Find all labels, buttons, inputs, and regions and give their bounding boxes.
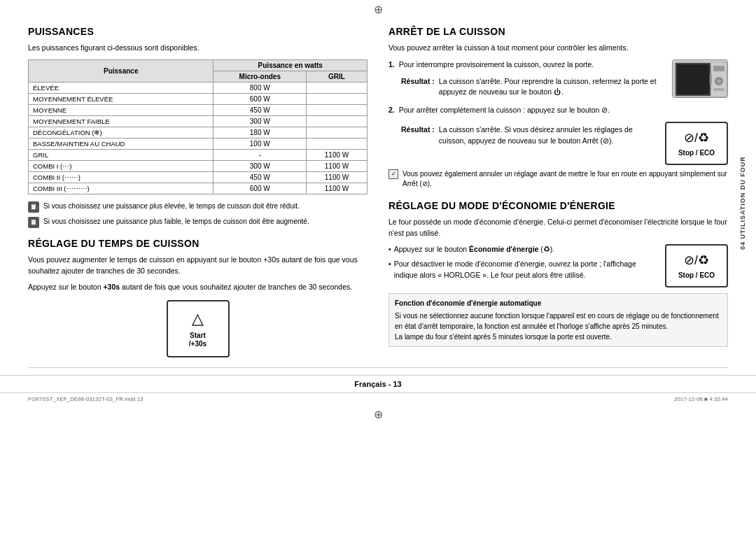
bullet-dot-1: • [388,244,391,255]
also-note: ✓ Vous pouvez également annuler un régla… [388,169,728,189]
power-table: Puissance Puissance en watts Micro-ondes… [28,59,368,194]
table-cell-micro: 300 W [214,115,307,127]
table-cell-gril: 1100 W [307,149,368,160]
left-column: PUISSANCES Les puissances figurant ci-de… [28,26,368,357]
reglage-temps-body: Vous pouvez augmenter le temps de cuisso… [28,255,368,277]
bullet-dot-2: • [388,259,391,281]
table-cell-micro: 600 W [214,93,307,104]
table-row: MOYENNEMENT ÉLEVÉE600 W [29,93,368,104]
table-cell-name: COMBI I (⋯) [29,160,214,171]
also-note-text: Vous pouvez également annuler un réglage… [402,169,728,189]
puissances-title: PUISSANCES [28,26,368,37]
note-item-2: 📋 Si vous choisissez une puissance plus … [28,217,368,228]
table-cell-name: DÉCONGÉLATION (❄) [29,127,214,138]
stop-eco-inner-1: ⊘/♻ Stop / ECO [665,122,728,165]
table-cell-micro: 100 W [214,138,307,149]
step1-result-label: Résultat : [401,76,435,99]
note-icon-1: 📋 [28,201,39,213]
arret-cuisson-title: ARRÊT DE LA CUISSON [388,26,728,37]
table-row: GRIL-1100 W [29,149,368,160]
step2-result-label: Résultat : [401,125,435,147]
puissances-section: PUISSANCES Les puissances figurant ci-de… [28,26,368,228]
note-text-1: Si vous choisissez une puissance plus él… [43,201,300,211]
stop-eco-icon-2: ⊘/♻ [678,253,715,268]
step2-result-area: Résultat : La cuisson s'arrête. Si vous … [388,122,728,165]
stop-eco-box-1: ⊘/♻ Stop / ECO [665,122,728,165]
table-cell-gril: 1100 W [307,183,368,194]
eco-note-body: Si vous ne sélectionnez aucune fonction … [395,311,722,342]
table-cell-gril: 1100 W [307,160,368,171]
eco-bullets-area: • Appuyez sur le bouton Économie d'énerg… [388,244,728,287]
eco-intro: Le four possède un mode d'économie d'éne… [388,217,728,239]
table-cell-name: BASSE/MAINTIEN AU CHAUD [29,138,214,149]
note-icon-2: 📋 [28,217,39,228]
step1-result-line: Résultat : La cuisson s'arrête. Pour rep… [401,76,666,99]
step1-item: 1. Pour interrompre provisoirement la cu… [388,59,666,71]
reglage-temps-section: RÉGLAGE DU TEMPS DE CUISSON Vous pouvez … [28,238,368,357]
page-container: ⊕ PUISSANCES Les puissances figurant ci-… [0,0,756,554]
table-cell-name: MOYENNEMENT FAIBLE [29,115,214,127]
table-cell-gril [307,93,368,104]
also-note-icon: ✓ [388,169,398,179]
svg-rect-3 [677,64,709,94]
eco-bullets-text: • Appuyez sur le bouton Économie d'énerg… [388,244,659,284]
step2-result-text: La cuisson s'arrête. Si vous désirez ann… [439,125,659,147]
content-area: PUISSANCES Les puissances figurant ci-de… [0,19,756,364]
svg-rect-8 [713,88,724,91]
reglage-temps-title: RÉGLAGE DU TEMPS DE CUISSON [28,238,368,249]
table-cell-micro: 180 W [214,127,307,138]
page-bottom: FG87SST_XEF_DE68-03132T-03_FR.indd 13 20… [0,392,756,405]
table-header-micro: Micro-ondes [214,71,307,82]
table-row: BASSE/MAINTIEN AU CHAUD100 W [29,138,368,149]
step2-result-text-area: Résultat : La cuisson s'arrête. Si vous … [388,122,659,150]
table-cell-micro: 300 W [214,160,307,171]
svg-rect-5 [713,66,724,71]
table-cell-name: ÉLEVÉE [29,82,214,93]
start-button-box: △ Start /+30s [167,300,230,357]
table-row: COMBI III (⋯⋯⋯)600 W1100 W [29,183,368,194]
table-cell-gril [307,115,368,127]
table-cell-name: MOYENNE [29,104,214,115]
table-row: MOYENNE450 W [29,104,368,115]
start-button-area: △ Start /+30s [28,300,368,357]
table-row: DÉCONGÉLATION (❄)180 W [29,127,368,138]
eco-bullet-1-text: Appuyez sur le bouton Économie d'énergie… [394,244,555,255]
table-cell-micro: 450 W [214,171,307,183]
footer: Français - 13 [0,375,756,388]
footer-page-label: Français - 13 [354,380,401,388]
arret-cuisson-intro: Vous pouvez arrêter la cuisson à tout mo… [388,43,728,54]
eco-note-box: Fonction d'économie d'énergie automatiqu… [388,293,728,347]
step1-text: Pour interrompre provisoirement la cuiss… [399,59,594,71]
eco-title: RÉGLAGE DU MODE D'ÉCONOMIE D'ÉNERGIE [388,200,728,211]
step1-num: 1. [388,59,395,71]
stop-eco-icon-1: ⊘/♻ [678,130,715,145]
microwave-image [672,59,728,99]
table-cell-name: COMBI III (⋯⋯⋯) [29,183,214,194]
step2-item: 2. Pour arrêter complètement la cuisson … [388,105,728,116]
reglage-temps-body2: Appuyez sur le bouton +30s autant de foi… [28,282,368,293]
step1-result-text: La cuisson s'arrête. Pour reprendre la c… [439,76,666,99]
table-cell-gril: 1100 W [307,171,368,183]
eco-section: RÉGLAGE DU MODE D'ÉCONOMIE D'ÉNERGIE Le … [388,200,728,348]
table-row: ÉLEVÉE800 W [29,82,368,93]
bold-30s: +30s [103,283,120,291]
eco-bullet-2-text: Pour désactiver le mode d'économie d'éne… [394,259,659,281]
side-label: 04 UTILISATION DU FOUR [736,91,756,315]
footer-right: 2017-12-06 ■ 4:32:44 [674,396,728,402]
table-cell-gril [307,138,368,149]
step2-num: 2. [388,105,395,116]
divider [28,367,728,368]
stop-eco-label-2: Stop / ECO [678,271,715,279]
right-column: ARRÊT DE LA CUISSON Vous pouvez arrêter … [388,26,728,357]
stop-eco-label-1: Stop / ECO [678,149,715,157]
note-item-1: 📋 Si vous choisissez une puissance plus … [28,201,368,213]
table-cell-micro: 800 W [214,82,307,93]
table-cell-gril [307,82,368,93]
table-cell-gril [307,127,368,138]
arret-cuisson-section: ARRÊT DE LA CUISSON Vous pouvez arrêter … [388,26,728,189]
microwave-svg [672,59,728,98]
table-header-watts: Puissance en watts [214,59,368,71]
eco-bullet-1: • Appuyez sur le bouton Économie d'énerg… [388,244,659,255]
table-cell-name: GRIL [29,149,214,160]
step2-text: Pour arrêter complètement la cuisson : a… [399,105,610,116]
